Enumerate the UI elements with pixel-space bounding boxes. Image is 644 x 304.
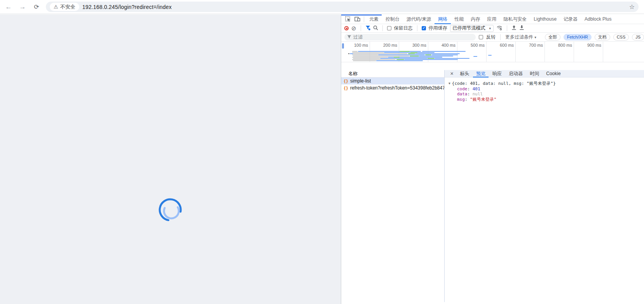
details-tab-headers[interactable]: 标头 — [457, 70, 472, 77]
overview-drag-handle[interactable] — [342, 43, 344, 49]
preserve-log-label[interactable]: 保留日志 — [394, 25, 413, 32]
json-entry-msg[interactable]: msg: "账号未登录" — [449, 97, 644, 102]
timeline-tick: 100 ms — [345, 43, 368, 47]
export-har-icon[interactable] — [519, 25, 524, 32]
url-text[interactable]: 192.168.0.245/login?redirect=/index — [82, 4, 172, 10]
waterfall-bar — [352, 59, 396, 60]
import-har-icon[interactable] — [511, 25, 517, 32]
back-icon[interactable]: ← — [3, 2, 14, 12]
devtools-loading-bar — [341, 14, 382, 16]
tab-sources[interactable]: 源代码/来源 — [403, 14, 435, 24]
filter-placeholder: 过滤 — [353, 34, 363, 40]
json-entry-code[interactable]: code: 401 — [449, 86, 644, 92]
waterfall-bar — [410, 56, 419, 56]
filter-pill-all[interactable]: 全部 — [545, 34, 560, 40]
waterfall-bar — [473, 56, 477, 57]
throttling-select[interactable]: 已停用节流模式 ▾ — [450, 25, 494, 32]
devtools-panel: 元素 控制台 源代码/来源 网络 性能 内存 应用 隐私与安全 Lighthou… — [341, 14, 644, 304]
filter-pill-js[interactable]: JS — [632, 34, 644, 40]
spacer — [341, 62, 644, 70]
xhr-type-icon: {} — [344, 86, 348, 90]
warning-icon: ⚠ — [54, 4, 58, 10]
waterfall-bar — [432, 54, 458, 55]
security-chip[interactable]: ⚠ 不安全 — [50, 3, 79, 11]
waterfall-bar — [352, 54, 378, 55]
tab-privacy-security[interactable]: 隐私与安全 — [500, 14, 530, 24]
tab-adblock-plus[interactable]: Adblock Plus — [581, 14, 615, 24]
funnel-icon — [347, 35, 351, 39]
waterfall-band[interactable]: 100 ms 200 ms 300 ms 400 ms 500 ms 600 m… — [341, 42, 644, 62]
disable-cache-checkbox[interactable] — [422, 26, 426, 30]
waterfall-bar — [352, 57, 388, 58]
close-icon[interactable]: ✕ — [448, 71, 456, 76]
details-tab-response[interactable]: 响应 — [489, 70, 505, 77]
filter-toggle-icon[interactable] — [365, 25, 370, 32]
tab-recorder[interactable]: 记录器 — [560, 14, 581, 24]
clear-icon[interactable]: ⊘ — [351, 25, 356, 31]
network-conditions-icon[interactable] — [496, 25, 503, 32]
divider — [361, 25, 361, 31]
tab-console[interactable]: 控制台 — [382, 14, 403, 24]
preserve-log-checkbox[interactable] — [387, 26, 391, 30]
tab-lighthouse[interactable]: Lighthouse — [530, 14, 560, 24]
waterfall-bar — [352, 51, 358, 52]
details-tab-bar: ✕ 标头 预览 响应 启动器 时间 Cookie — [445, 70, 644, 77]
request-details-pane: ✕ 标头 预览 响应 启动器 时间 Cookie ▼{code: 401, da… — [445, 70, 644, 302]
tab-network[interactable]: 网络 — [435, 14, 451, 24]
forward-icon[interactable]: → — [17, 2, 28, 12]
request-name: simple-list — [350, 78, 371, 84]
filter-pill-fetch-xhr[interactable]: Fetch/XHR — [564, 34, 592, 40]
waterfall-bar — [358, 51, 421, 52]
tab-performance[interactable]: 性能 — [451, 14, 467, 24]
security-label: 不安全 — [60, 4, 75, 11]
chevron-down-icon: ▾ — [534, 35, 536, 39]
address-bar[interactable]: ⚠ 不安全 192.168.0.245/login?redirect=/inde… — [46, 2, 639, 12]
network-split-view: 名称 {} simple-list {} refresh-token?refre… — [341, 70, 644, 302]
disable-cache-label[interactable]: 停用缓存 — [429, 25, 447, 32]
tab-memory[interactable]: 内存 — [467, 14, 483, 24]
expand-triangle-icon[interactable]: ▼ — [449, 82, 450, 85]
invert-label[interactable]: 反转 — [486, 34, 496, 40]
timeline-gridline — [574, 42, 574, 62]
waterfall-bar — [404, 59, 458, 60]
inspect-element-icon[interactable] — [344, 16, 352, 23]
waterfall-bar — [425, 54, 431, 55]
divider — [417, 25, 417, 31]
waterfall-bar — [410, 52, 417, 53]
request-list-name-header[interactable]: 名称 — [341, 70, 444, 77]
network-filter-bar: 过滤 反转 更多过滤条件 ▾ 全部 Fetch/XHR 文档 CSS JS — [341, 33, 644, 42]
timeline-tick: 200 ms — [374, 43, 397, 47]
timeline-gridline — [603, 42, 603, 62]
details-tab-initiator[interactable]: 启动器 — [506, 70, 526, 77]
waterfall-bar — [400, 51, 410, 52]
waterfall-bar — [415, 53, 460, 54]
invert-checkbox[interactable] — [479, 35, 483, 39]
divider — [364, 16, 364, 22]
details-tab-timing[interactable]: 时间 — [527, 70, 542, 77]
filter-input[interactable]: 过滤 — [344, 34, 476, 40]
divider — [500, 34, 501, 40]
record-button[interactable] — [344, 26, 349, 30]
json-root-line[interactable]: ▼{code: 401, data: null, msg: "账号未登录"} — [449, 81, 644, 86]
filter-pill-doc[interactable]: 文档 — [595, 34, 610, 40]
filter-pill-css[interactable]: CSS — [613, 34, 629, 40]
json-entry-data[interactable]: data: null — [449, 91, 644, 97]
more-filters-button[interactable]: 更多过滤条件 ▾ — [505, 34, 536, 40]
bookmark-star-icon[interactable]: ☆ — [629, 3, 635, 11]
tab-application[interactable]: 应用 — [483, 14, 500, 24]
device-toolbar-icon[interactable] — [353, 16, 361, 23]
request-row-simple-list[interactable]: {} simple-list — [341, 77, 444, 84]
page-content — [0, 14, 341, 304]
divider — [507, 25, 507, 31]
details-tab-preview[interactable]: 预览 — [473, 70, 489, 77]
search-icon[interactable] — [373, 25, 378, 32]
request-row-refresh-token[interactable]: {} refresh-token?refreshToken=534398feb2… — [341, 84, 444, 91]
waterfall-bar — [435, 58, 469, 59]
details-tab-cookie[interactable]: Cookie — [543, 70, 564, 77]
tab-elements[interactable]: 元素 — [366, 14, 382, 24]
waterfall-bar — [378, 54, 425, 55]
throttling-value: 已停用节流模式 — [453, 25, 485, 32]
devtools-tab-bar: 元素 控制台 源代码/来源 网络 性能 内存 应用 隐私与安全 Lighthou… — [341, 14, 644, 24]
waterfall-bar — [376, 60, 423, 61]
reload-icon[interactable]: ⟳ — [31, 2, 42, 12]
